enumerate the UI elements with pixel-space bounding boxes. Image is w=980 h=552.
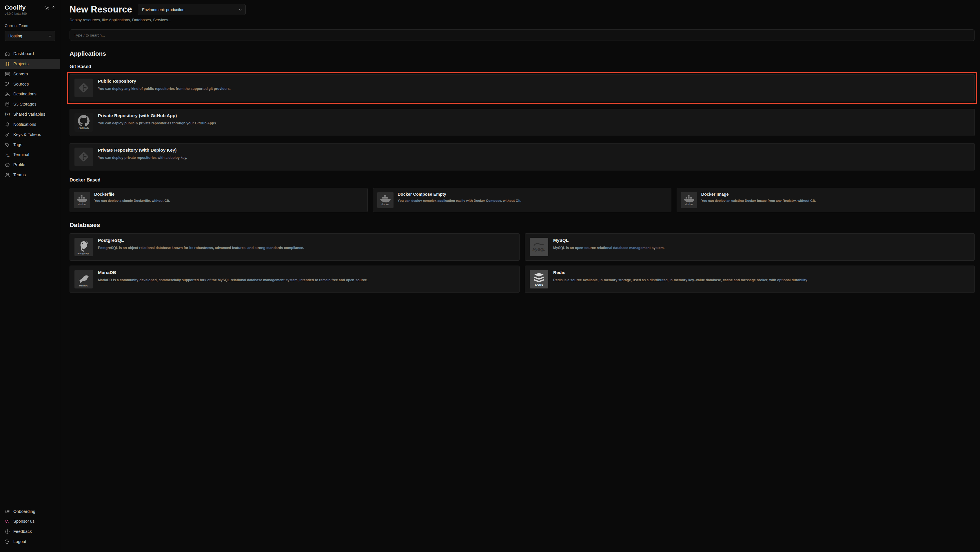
- card-description: You can deploy a simple Dockerfile, with…: [94, 198, 170, 203]
- sidebar-item-s3-storages[interactable]: S3 Storages: [0, 99, 60, 109]
- card-body: PostgreSQL PostgreSQL is an object-relat…: [98, 238, 304, 250]
- card-mysql[interactable]: MySQL MySQL MySQL is an open-source rela…: [525, 233, 975, 261]
- card-body: Dockerfile You can deploy a simple Docke…: [94, 192, 170, 203]
- sidebar-item-servers[interactable]: Servers: [0, 69, 60, 79]
- help-circle-icon: [5, 529, 10, 534]
- docker-icon: docker: [74, 192, 90, 208]
- sidebar-item-dashboard[interactable]: Dashboard: [0, 49, 60, 59]
- redis-icon: redis: [530, 270, 548, 289]
- sidebar-item-label: Tags: [13, 142, 22, 148]
- sidebar-footer-nav: Onboarding Sponsor us Feedback Logout: [5, 506, 55, 547]
- heart-icon: [5, 519, 10, 524]
- mariadb-icon: MariaDB: [75, 270, 93, 289]
- card-mariadb[interactable]: MariaDB MariaDB MariaDB is a community-d…: [70, 266, 520, 293]
- brand-icons: [45, 5, 55, 10]
- card-redis[interactable]: redis Redis Redis is a source-available,…: [525, 266, 975, 293]
- sidebar-item-label: S3 Storages: [13, 102, 37, 107]
- sidebar-item-label: Destinations: [13, 91, 37, 97]
- docker-icon: docker: [377, 192, 393, 208]
- variable-icon: (x): [5, 112, 10, 116]
- card-body: Docker Image You can deploy an existing …: [701, 192, 816, 203]
- bell-icon: [5, 122, 10, 127]
- sidebar-item-keys-tokens[interactable]: Keys & Tokens: [0, 129, 60, 140]
- search-input[interactable]: [70, 29, 975, 41]
- chevron-down-icon: [48, 34, 52, 38]
- sidebar-item-sources[interactable]: Sources: [0, 79, 60, 89]
- sidebar-item-shared-variables[interactable]: (x) Shared Variables: [0, 109, 60, 120]
- team-select-value: Hosting: [8, 34, 22, 38]
- card-description: You can deploy any kind of public reposi…: [98, 86, 231, 91]
- app-layout: Coolify v4.0.0-beta.399 Current Team Hos…: [0, 0, 980, 552]
- card-dockerfile[interactable]: docker Dockerfile You can deploy a simpl…: [70, 188, 368, 212]
- subsection-docker-based-title: Docker Based: [70, 177, 975, 183]
- chevrons-up-down-icon[interactable]: [52, 6, 55, 10]
- card-body: Private Repository (with GitHub App) You…: [98, 113, 217, 126]
- card-body: Docker Compose Empty You can deploy comp…: [398, 192, 521, 203]
- users-icon: [5, 172, 10, 177]
- card-title: Private Repository (with GitHub App): [98, 113, 217, 118]
- card-docker-image[interactable]: docker Docker Image You can deploy an ex…: [677, 188, 975, 212]
- sidebar-item-label: Shared Variables: [13, 112, 45, 117]
- sidebar-item-feedback[interactable]: Feedback: [0, 526, 60, 537]
- sidebar-item-label: Teams: [13, 172, 26, 178]
- database-cards: PostgreSQL PostgreSQL PostgreSQL is an o…: [70, 233, 975, 293]
- card-title: Docker Image: [701, 192, 816, 196]
- card-description: You can deploy an existing Docker Image …: [701, 198, 816, 203]
- card-title: Redis: [553, 270, 808, 275]
- card-description: You can deploy public & private reposito…: [98, 121, 217, 126]
- card-private-repository-github-app[interactable]: GitHub Private Repository (with GitHub A…: [70, 109, 975, 136]
- sidebar-item-sponsor-us[interactable]: Sponsor us: [0, 516, 60, 526]
- environment-select-value: Environment: production: [142, 8, 184, 12]
- section-databases-title: Databases: [70, 222, 975, 228]
- sidebar-item-projects[interactable]: Projects: [0, 59, 60, 69]
- docker-icon: docker: [681, 192, 697, 208]
- svg-text:docker: docker: [685, 203, 693, 206]
- sidebar-item-logout[interactable]: Logout: [0, 537, 60, 547]
- card-title: Docker Compose Empty: [398, 192, 521, 196]
- card-body: MariaDB MariaDB is a community-developed…: [98, 270, 368, 283]
- card-body: Public Repository You can deploy any kin…: [98, 78, 231, 91]
- sidebar-item-onboarding[interactable]: Onboarding: [0, 506, 60, 517]
- chevron-down-icon: [238, 8, 243, 12]
- git-icon: [75, 148, 93, 166]
- team-select[interactable]: Hosting: [5, 31, 55, 41]
- server-icon: [5, 72, 10, 77]
- sidebar-item-terminal[interactable]: >_ Terminal: [0, 150, 60, 160]
- sidebar-item-label: Keys & Tokens: [13, 132, 41, 137]
- sidebar-item-teams[interactable]: Teams: [0, 170, 60, 180]
- card-description: Redis is a source-available, in-memory s…: [553, 278, 808, 283]
- card-private-repository-deploy-key[interactable]: Private Repository (with Deploy Key) You…: [70, 143, 975, 171]
- app-brand: Coolify: [5, 4, 26, 11]
- sidebar-item-notifications[interactable]: Notifications: [0, 120, 60, 129]
- terminal-icon: >_: [5, 153, 10, 157]
- sidebar-item-label: Terminal: [13, 152, 29, 158]
- card-description: You can deploy complex application easil…: [398, 198, 521, 203]
- sidebar-item-destinations[interactable]: Destinations: [0, 89, 60, 99]
- sidebar-item-label: Feedback: [13, 529, 32, 534]
- sun-icon[interactable]: [45, 5, 49, 10]
- card-title: MariaDB: [98, 270, 368, 275]
- database-icon: [5, 102, 10, 107]
- svg-text:GitHub: GitHub: [78, 126, 89, 130]
- svg-text:redis: redis: [535, 283, 543, 287]
- card-docker-compose-empty[interactable]: docker Docker Compose Empty You can depl…: [373, 188, 671, 212]
- sidebar-item-label: Servers: [13, 71, 28, 77]
- postgresql-icon: PostgreSQL: [75, 238, 93, 256]
- card-body: MySQL MySQL is an open-source relational…: [553, 238, 665, 250]
- git-icon: [75, 78, 93, 97]
- card-public-repository[interactable]: Public Repository You can deploy any kin…: [70, 74, 975, 102]
- card-title: Public Repository: [98, 78, 231, 84]
- card-title: Dockerfile: [94, 192, 170, 196]
- sidebar: Coolify v4.0.0-beta.399 Current Team Hos…: [0, 0, 60, 552]
- sidebar-item-tags[interactable]: Tags: [0, 140, 60, 150]
- logout-icon: [5, 539, 10, 544]
- environment-select[interactable]: Environment: production: [138, 4, 246, 15]
- mysql-icon: MySQL: [530, 238, 548, 256]
- page-subtitle: Deploy resources, like Applications, Dat…: [70, 18, 975, 22]
- card-title: PostgreSQL: [98, 238, 304, 243]
- git-based-cards: Public Repository You can deploy any kin…: [70, 74, 975, 171]
- sidebar-item-profile[interactable]: Profile: [0, 160, 60, 170]
- svg-text:PostgreSQL: PostgreSQL: [78, 252, 90, 255]
- svg-text:docker: docker: [78, 203, 86, 206]
- card-postgresql[interactable]: PostgreSQL PostgreSQL PostgreSQL is an o…: [70, 233, 520, 261]
